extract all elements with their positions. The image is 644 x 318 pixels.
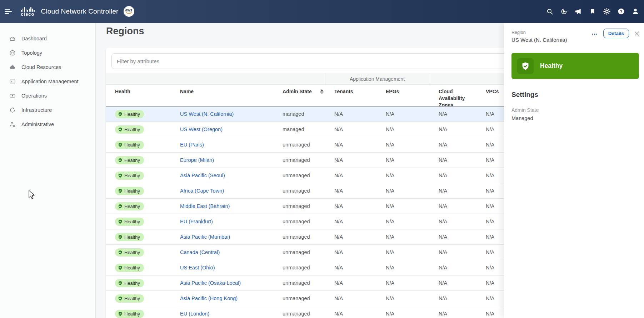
epgs-cell: N/A <box>376 214 429 229</box>
health-badge: Healthy <box>115 156 144 164</box>
health-badge-label: Healthy <box>124 188 140 194</box>
epgs-cell: N/A <box>376 291 429 306</box>
health-badge-label: Healthy <box>124 204 140 209</box>
region-name-link[interactable]: Asia Pacific (Osaka-Local) <box>180 280 241 286</box>
sidebar-item-application-management[interactable]: Application Management <box>0 74 95 89</box>
column-header-tenants[interactable]: Tenants <box>325 85 376 109</box>
admin-state-cell: unmanaged <box>273 214 325 229</box>
admin-state-cell: managed <box>273 122 325 137</box>
gauge-icon <box>9 35 16 42</box>
settings-icon[interactable] <box>603 8 610 15</box>
cisco-logo-text: cisco <box>21 12 34 16</box>
region-name-link[interactable]: Middle East (Bahrain) <box>180 203 230 209</box>
sidebar-item-administrative[interactable]: Administrative <box>0 117 95 131</box>
bookmarks-icon[interactable] <box>589 8 596 15</box>
region-name-link[interactable]: US East (Ohio) <box>180 265 215 270</box>
column-header-health[interactable]: Health <box>106 85 171 109</box>
health-badge-label: Healthy <box>124 250 140 255</box>
column-header-cloud-availability-zones[interactable]: Cloud Availability Zones <box>429 85 476 109</box>
cloud-az-cell: N/A <box>429 199 476 214</box>
region-name-link[interactable]: Asia Pacific (Hong Kong) <box>180 295 238 301</box>
cloud-az-cell: N/A <box>429 106 476 121</box>
tenants-cell: N/A <box>325 245 376 260</box>
tenants-cell: N/A <box>325 106 376 121</box>
region-name-link[interactable]: Canada (Central) <box>180 249 220 255</box>
health-badge-label: Healthy <box>124 280 140 286</box>
health-badge: Healthy <box>115 110 144 118</box>
search-icon[interactable] <box>546 8 553 15</box>
health-badge: Healthy <box>115 187 144 195</box>
admin-user-icon <box>9 121 16 128</box>
cloud-az-cell: N/A <box>429 183 476 198</box>
cloud-az-cell: N/A <box>429 229 476 244</box>
sidebar-item-dashboard[interactable]: Dashboard <box>0 31 95 46</box>
sidebar-item-operations[interactable]: Operations <box>0 89 95 103</box>
tenants-cell: N/A <box>325 153 376 168</box>
tenants-cell: N/A <box>325 229 376 244</box>
admin-state-field-value: Managed <box>511 115 639 121</box>
aws-smile-icon <box>126 12 132 14</box>
details-panel: Region US West (N. California) … Details… <box>504 23 644 318</box>
admin-state-cell: unmanaged <box>273 199 325 214</box>
cloud-az-cell: N/A <box>429 245 476 260</box>
shield-icon <box>118 189 123 193</box>
shield-icon <box>118 158 123 163</box>
admin-state-cell: unmanaged <box>273 168 325 183</box>
cloud-az-cell: N/A <box>429 168 476 183</box>
cloud-az-cell: N/A <box>429 291 476 306</box>
admin-state-cell: unmanaged <box>273 229 325 244</box>
group-header-application-management: Application Management <box>325 73 429 85</box>
epgs-cell: N/A <box>376 122 429 137</box>
admin-state-cell: unmanaged <box>273 260 325 275</box>
admin-state-cell: unmanaged <box>273 137 325 152</box>
announcements-icon[interactable] <box>575 8 582 15</box>
region-name-link[interactable]: Asia Pacific (Mumbai) <box>180 234 230 240</box>
cloud-az-cell: N/A <box>429 260 476 275</box>
help-icon[interactable]: ? <box>618 8 625 15</box>
region-name-link[interactable]: EU (Paris) <box>180 142 204 148</box>
column-header-admin-state[interactable]: Admin State <box>273 85 325 109</box>
details-button[interactable]: Details <box>603 29 629 38</box>
column-header-epgs[interactable]: EPGs <box>376 85 429 109</box>
sidebar-item-topology[interactable]: Topology <box>0 46 95 60</box>
page-title: Regions <box>106 26 144 37</box>
health-badge: Healthy <box>115 233 144 241</box>
region-name-link[interactable]: Asia Pacific (Seoul) <box>180 173 225 178</box>
epgs-cell: N/A <box>376 106 429 121</box>
health-badge: Healthy <box>115 294 144 303</box>
health-badge: Healthy <box>115 202 144 210</box>
health-badge-label: Healthy <box>124 296 140 301</box>
sidebar-item-label: Topology <box>21 50 42 56</box>
region-name-link[interactable]: EU (Frankfurt) <box>180 219 213 224</box>
more-actions-icon[interactable]: … <box>591 31 599 36</box>
shield-icon <box>118 204 123 209</box>
sort-arrows-icon[interactable] <box>320 89 324 94</box>
health-badge-label: Healthy <box>124 234 140 240</box>
region-name-link[interactable]: US West (N. California) <box>180 111 234 117</box>
settings-heading: Settings <box>511 91 639 99</box>
menu-toggle-icon[interactable] <box>5 8 14 15</box>
svg-text:?: ? <box>620 9 623 14</box>
tenants-cell: N/A <box>325 168 376 183</box>
cloud-az-cell: N/A <box>429 122 476 137</box>
region-name-link[interactable]: Europe (Milan) <box>180 157 214 163</box>
health-status-banner: Healthy <box>511 53 639 79</box>
pointer-circle-icon[interactable] <box>560 8 568 15</box>
admin-state-cell: unmanaged <box>273 291 325 306</box>
region-name-link[interactable]: EU (London) <box>180 311 209 317</box>
sidebar-item-cloud-resources[interactable]: Cloud Resources <box>0 60 95 74</box>
column-header-name[interactable]: Name <box>171 85 273 109</box>
shield-icon <box>118 235 123 239</box>
sidebar-item-label: Dashboard <box>21 36 47 41</box>
epgs-cell: N/A <box>376 306 429 318</box>
sidebar-item-infrastructure[interactable]: Infrastructure <box>0 103 95 117</box>
region-name-link[interactable]: Africa (Cape Town) <box>180 188 224 194</box>
epgs-cell: N/A <box>376 137 429 152</box>
operations-icon <box>9 93 16 99</box>
app-window-icon <box>9 78 16 85</box>
admin-state-cell: unmanaged <box>273 153 325 168</box>
tenants-cell: N/A <box>325 183 376 198</box>
user-icon[interactable] <box>632 8 639 15</box>
region-name-link[interactable]: US West (Oregon) <box>180 126 223 132</box>
close-icon[interactable] <box>633 30 640 37</box>
